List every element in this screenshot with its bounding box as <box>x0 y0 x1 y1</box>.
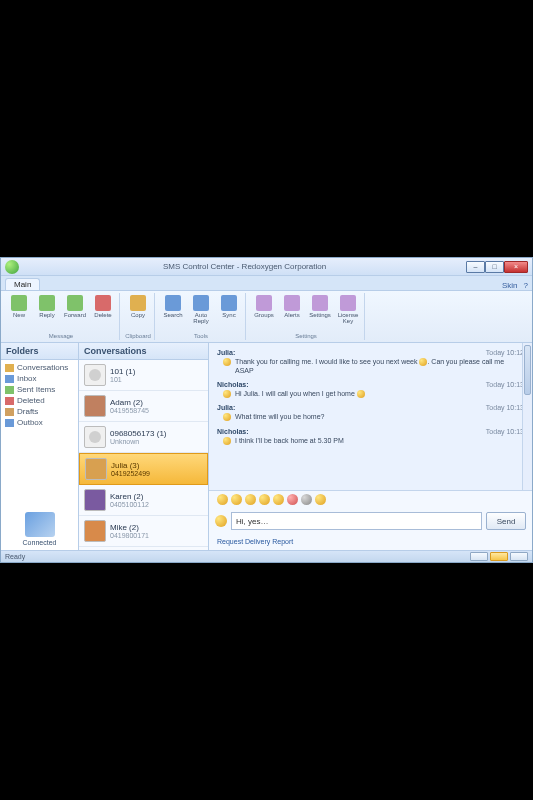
ribbon-button-label: Delete <box>94 312 111 318</box>
forward-icon <box>67 295 83 311</box>
conversation-item[interactable]: Julia (3)0419252499 <box>79 453 208 485</box>
ribbon-button-label: Settings <box>309 312 331 318</box>
message: Julia:Today 10:12Thank you for calling m… <box>217 349 524 375</box>
message-time: Today 10:12 <box>486 349 524 356</box>
ribbon-button-label: Forward <box>64 312 86 318</box>
emoji-laugh-icon[interactable] <box>259 494 270 505</box>
alerts-button[interactable]: Alerts <box>279 293 305 320</box>
view-button-3[interactable] <box>510 552 528 561</box>
emoji-heart-icon[interactable] <box>287 494 298 505</box>
ribbon-group-label: Tools <box>160 332 242 340</box>
app-orb-icon[interactable] <box>5 260 19 274</box>
settings-button[interactable]: Settings <box>307 293 333 320</box>
conversation-name: Mike (2) <box>110 523 149 532</box>
message-text: Hi Julia. I will call you when I get hom… <box>235 389 365 398</box>
search-button[interactable]: Search <box>160 293 186 320</box>
scrollbar[interactable] <box>522 343 532 490</box>
message: Julia:Today 10:13What time will you be h… <box>217 404 524 421</box>
message-sender: Nicholas: <box>217 428 249 435</box>
help-link[interactable]: ? <box>524 281 528 290</box>
message-input[interactable] <box>231 512 482 530</box>
tab-main[interactable]: Main <box>5 278 40 290</box>
view-button-2[interactable] <box>490 552 508 561</box>
skin-link[interactable]: Skin <box>502 281 518 290</box>
minimize-button[interactable]: – <box>466 261 485 273</box>
message-time: Today 10:13 <box>486 404 524 411</box>
conversations-pane: Conversations 101 (1)101Adam (2)04195587… <box>79 343 209 550</box>
conversation-item[interactable]: Karen (2)0405100112 <box>79 485 208 516</box>
ribbon-group: CopyClipboard <box>122 293 155 340</box>
delivery-report-link[interactable]: Request Delivery Report <box>217 538 293 545</box>
compose-emoji-icon[interactable] <box>215 515 227 527</box>
folder-item[interactable]: Inbox <box>3 373 76 384</box>
delete-button[interactable]: Delete <box>90 293 116 320</box>
emoji-smile-icon[interactable] <box>217 494 228 505</box>
groups-button[interactable]: Groups <box>251 293 277 320</box>
ribbon-group-label: Clipboard <box>125 332 151 340</box>
sync-icon <box>221 295 237 311</box>
folder-item[interactable]: Drafts <box>3 406 76 417</box>
send-button[interactable]: Send <box>486 512 526 530</box>
sync-button[interactable]: Sync <box>216 293 242 320</box>
avatar <box>84 395 106 417</box>
ribbon-button-label: License Key <box>335 312 361 324</box>
folder-label: Deleted <box>17 396 45 405</box>
folder-item[interactable]: Outbox <box>3 417 76 428</box>
conversation-subtitle: 101 <box>110 376 135 383</box>
conversation-item[interactable]: 101 (1)101 <box>79 360 208 391</box>
close-button[interactable]: × <box>504 261 528 273</box>
alerts-icon <box>284 295 300 311</box>
autoreply-button[interactable]: Auto Reply <box>188 293 214 326</box>
avatar <box>85 458 107 480</box>
status-text: Ready <box>5 553 25 560</box>
folder-item[interactable]: Conversations <box>3 362 76 373</box>
ribbon-button-label: Sync <box>222 312 235 318</box>
folder-item[interactable]: Deleted <box>3 395 76 406</box>
connection-image-icon <box>25 512 55 537</box>
folder-icon <box>5 419 14 427</box>
emoji-wink-icon[interactable] <box>245 494 256 505</box>
folder-item[interactable]: Sent Items <box>3 384 76 395</box>
emoji-cool-icon[interactable] <box>273 494 284 505</box>
folders-header: Folders <box>1 343 78 360</box>
delete-icon <box>95 295 111 311</box>
ribbon-button-label: Auto Reply <box>188 312 214 324</box>
new-button[interactable]: New <box>6 293 32 320</box>
autoreply-icon <box>193 295 209 311</box>
license-button[interactable]: License Key <box>335 293 361 326</box>
emoji-tongue-icon[interactable] <box>315 494 326 505</box>
conversation-item[interactable]: Adam (2)0419558745 <box>79 391 208 422</box>
view-button-1[interactable] <box>470 552 488 561</box>
message: Nicholas:Today 10:13Hi Julia. I will cal… <box>217 381 524 398</box>
license-icon <box>340 295 356 311</box>
maximize-button[interactable]: □ <box>485 261 504 273</box>
avatar <box>84 489 106 511</box>
conversation-item[interactable]: 0968056173 (1)Unknown <box>79 422 208 453</box>
ribbon: NewReplyForwardDeleteMessageCopyClipboar… <box>1 291 532 343</box>
compose-bar: Send <box>209 508 532 534</box>
conversation-item[interactable]: Mike (2)0419800171 <box>79 516 208 547</box>
ribbon-button-label: Reply <box>39 312 54 318</box>
message-bullet-icon <box>223 437 231 445</box>
ribbon-button-label: New <box>13 312 25 318</box>
forward-button[interactable]: Forward <box>62 293 88 320</box>
conversation-subtitle: 0419800171 <box>110 532 149 539</box>
folder-icon <box>5 397 14 405</box>
statusbar: Ready <box>1 550 532 562</box>
emoji-grin-icon[interactable] <box>231 494 242 505</box>
ribbon-group-label: Message <box>6 332 116 340</box>
messages-area: Julia:Today 10:12Thank you for calling m… <box>209 343 532 490</box>
reply-button[interactable]: Reply <box>34 293 60 320</box>
avatar <box>84 364 106 386</box>
connected-label: Connected <box>5 539 74 546</box>
copy-icon <box>130 295 146 311</box>
copy-button[interactable]: Copy <box>125 293 151 320</box>
ribbon-button-label: Copy <box>131 312 145 318</box>
scrollbar-thumb[interactable] <box>524 345 531 395</box>
folder-label: Inbox <box>17 374 37 383</box>
conversation-list: 101 (1)101Adam (2)04195587450968056173 (… <box>79 360 208 547</box>
message-sender: Nicholas: <box>217 381 249 388</box>
groups-icon <box>256 295 272 311</box>
emoji-sad-icon[interactable] <box>301 494 312 505</box>
conversation-subtitle: 0419252499 <box>111 470 150 477</box>
